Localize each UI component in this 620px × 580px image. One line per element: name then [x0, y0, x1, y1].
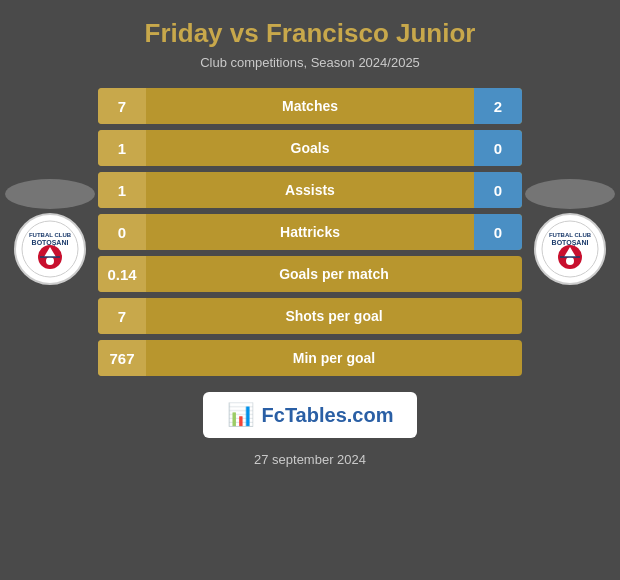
stat-label-5: Shots per goal — [146, 308, 522, 324]
stat-row-6: 767Min per goal — [98, 340, 522, 376]
stat-left-value-3: 0 — [98, 214, 146, 250]
stat-left-value-4: 0.14 — [98, 256, 146, 292]
stat-row-5: 7Shots per goal — [98, 298, 522, 334]
team-logo-right: FUTBAL CLUB BOTOŞANI — [530, 179, 610, 285]
right-ellipse — [525, 179, 615, 209]
stat-row-3: 0Hattricks0 — [98, 214, 522, 250]
stat-right-value-2: 0 — [474, 172, 522, 208]
svg-text:FUTBAL CLUB: FUTBAL CLUB — [29, 232, 72, 238]
right-team-badge: FUTBAL CLUB BOTOŞANI — [534, 213, 606, 285]
date-footer: 27 september 2024 — [254, 452, 366, 467]
left-team-badge: FUTBAL CLUB BOTOŞANI — [14, 213, 86, 285]
stat-row-1: 1Goals0 — [98, 130, 522, 166]
stat-left-value-6: 767 — [98, 340, 146, 376]
subtitle: Club competitions, Season 2024/2025 — [20, 55, 600, 70]
stat-label-1: Goals — [146, 140, 474, 156]
stat-label-2: Assists — [146, 182, 474, 198]
header: Friday vs Francisco Junior Club competit… — [0, 0, 620, 78]
stat-label-0: Matches — [146, 98, 474, 114]
fctables-banner: 📊 FcTables.com — [203, 392, 418, 438]
svg-text:FUTBAL CLUB: FUTBAL CLUB — [549, 232, 592, 238]
stat-row-4: 0.14Goals per match — [98, 256, 522, 292]
stat-row-2: 1Assists0 — [98, 172, 522, 208]
stat-right-value-0: 2 — [474, 88, 522, 124]
svg-point-5 — [46, 257, 54, 265]
svg-point-12 — [566, 257, 574, 265]
stat-left-value-5: 7 — [98, 298, 146, 334]
stat-row-0: 7Matches2 — [98, 88, 522, 124]
stat-label-3: Hattricks — [146, 224, 474, 240]
main-content: FUTBAL CLUB BOTOŞANI 7Matches21Goals01As… — [0, 88, 620, 376]
stat-right-value-3: 0 — [474, 214, 522, 250]
stats-container: 7Matches21Goals01Assists00Hattricks00.14… — [90, 88, 530, 376]
left-ellipse — [5, 179, 95, 209]
team-logo-left: FUTBAL CLUB BOTOŞANI — [10, 179, 90, 285]
fctables-text: FcTables.com — [262, 404, 394, 427]
stat-left-value-2: 1 — [98, 172, 146, 208]
stat-left-value-1: 1 — [98, 130, 146, 166]
page-title: Friday vs Francisco Junior — [20, 18, 600, 49]
stat-label-4: Goals per match — [146, 266, 522, 282]
stat-right-value-1: 0 — [474, 130, 522, 166]
stat-label-6: Min per goal — [146, 350, 522, 366]
fctables-icon: 📊 — [227, 402, 254, 428]
stat-left-value-0: 7 — [98, 88, 146, 124]
